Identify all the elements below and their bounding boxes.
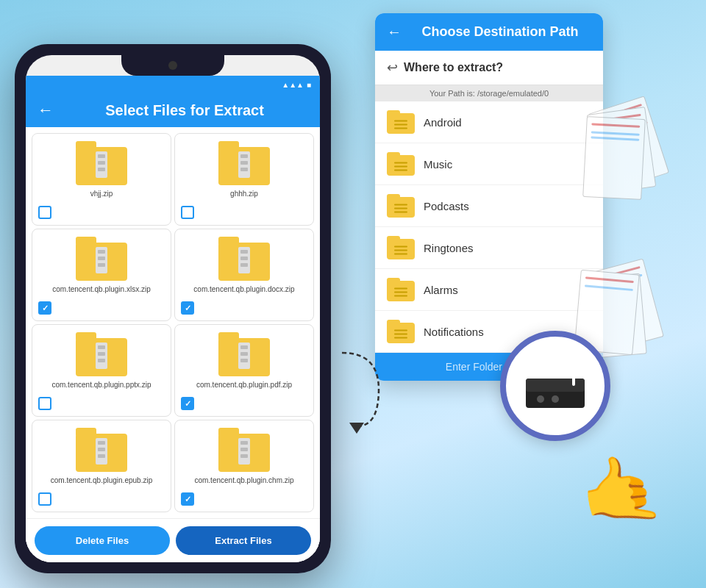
svg-rect-3 xyxy=(98,154,105,158)
svg-rect-21 xyxy=(240,250,248,254)
zip-folder-icon xyxy=(218,332,270,376)
file-checkbox[interactable] xyxy=(38,492,51,506)
svg-rect-9 xyxy=(240,154,248,158)
file-name: ghhh.zip xyxy=(230,190,258,198)
file-name: com.tencent.qb.plugin.epub.zip xyxy=(51,476,152,485)
file-checkbox[interactable] xyxy=(181,492,194,506)
phone-notch xyxy=(121,55,224,76)
destination-subheader: ↩ Where to extract? xyxy=(375,51,603,85)
battery-icon: ■ xyxy=(307,81,311,89)
file-item[interactable]: com.tencent.qb.plugin.pptx.zip xyxy=(32,324,171,417)
svg-rect-7 xyxy=(218,141,239,150)
file-name: vhjj.zip xyxy=(90,190,113,198)
file-checkbox[interactable] xyxy=(38,301,51,315)
file-item[interactable]: com.tencent.qb.plugin.pdf.zip xyxy=(174,324,314,417)
folder-podcasts-icon xyxy=(387,194,415,218)
svg-rect-41 xyxy=(98,454,105,458)
svg-rect-25 xyxy=(76,332,96,341)
destination-panel: ← Choose Destination Path ↩ Where to ext… xyxy=(375,13,603,381)
svg-rect-34 xyxy=(240,352,248,356)
file-checkbox[interactable] xyxy=(38,206,51,219)
phone-title: Select Files for Extract xyxy=(61,102,308,119)
extract-files-button[interactable]: Extract Files xyxy=(176,526,311,555)
file-grid: vhjj.zip ghhh.zip xyxy=(26,127,320,518)
svg-rect-45 xyxy=(240,441,248,445)
destination-back-button[interactable]: ← xyxy=(387,24,402,40)
svg-rect-22 xyxy=(240,257,248,260)
file-name: com.tencent.qb.plugin.pptx.zip xyxy=(51,381,151,390)
svg-rect-10 xyxy=(240,161,248,165)
folder-alarms-icon xyxy=(387,278,415,301)
svg-rect-27 xyxy=(98,345,105,349)
zip-folder-icon xyxy=(76,332,127,376)
file-item[interactable]: vhjj.zip xyxy=(32,133,171,226)
phone-header: ← Select Files for Extract xyxy=(26,93,320,127)
folder-android[interactable]: Android xyxy=(375,101,603,143)
svg-rect-46 xyxy=(240,448,248,451)
svg-point-51 xyxy=(537,395,544,403)
phone-back-button[interactable]: ← xyxy=(38,101,54,120)
folder-notifications-label: Notifications xyxy=(424,326,484,338)
svg-rect-17 xyxy=(98,263,105,267)
status-bar: ▲▲▲ ■ xyxy=(26,76,320,93)
svg-rect-5 xyxy=(98,168,105,171)
file-item[interactable]: com.tencent.qb.plugin.docx.zip xyxy=(174,229,314,321)
where-to-extract-label: Where to extract? xyxy=(404,61,503,74)
svg-rect-39 xyxy=(98,441,105,445)
svg-rect-4 xyxy=(98,161,105,165)
svg-rect-40 xyxy=(98,448,105,451)
file-checkbox[interactable] xyxy=(38,397,51,410)
file-name: com.tencent.qb.plugin.chm.zip xyxy=(194,476,293,485)
svg-rect-33 xyxy=(240,345,248,349)
svg-rect-23 xyxy=(240,263,248,267)
zip-folder-icon xyxy=(76,428,127,472)
svg-rect-29 xyxy=(98,359,105,362)
extract-direction-icon: ↩ xyxy=(387,60,398,76)
folder-ringtones-icon xyxy=(387,236,415,259)
zip-folder-icon xyxy=(218,237,270,281)
folder-alarms[interactable]: Alarms xyxy=(375,269,603,311)
papers-decoration xyxy=(577,96,666,228)
folder-alarms-label: Alarms xyxy=(424,284,458,296)
folder-list: Android Music Podcasts Ringto xyxy=(375,101,603,353)
folder-podcasts-label: Podcasts xyxy=(424,200,469,212)
svg-rect-43 xyxy=(218,428,239,437)
file-item[interactable]: com.tencent.qb.plugin.xlsx.zip xyxy=(32,229,171,321)
folder-ringtones[interactable]: Ringtones xyxy=(375,227,603,269)
svg-rect-28 xyxy=(98,352,105,356)
folder-ringtones-label: Ringtones xyxy=(424,242,474,254)
extract-icon xyxy=(522,356,588,415)
folder-music[interactable]: Music xyxy=(375,143,603,185)
file-item[interactable]: com.tencent.qb.plugin.chm.zip xyxy=(174,420,314,512)
folder-podcasts[interactable]: Podcasts xyxy=(375,185,603,227)
svg-rect-15 xyxy=(98,250,105,254)
file-checkbox[interactable] xyxy=(181,206,194,219)
destination-title: Choose Destination Path xyxy=(409,24,591,40)
signal-icon: ▲▲▲ xyxy=(282,81,304,89)
file-checkbox[interactable] xyxy=(181,397,194,410)
dashed-arrow xyxy=(335,345,393,434)
folder-android-label: Android xyxy=(424,116,462,129)
svg-rect-13 xyxy=(76,237,96,245)
extract-action-circle[interactable] xyxy=(500,331,610,441)
camera-dot xyxy=(168,61,177,70)
destination-path-label: Your Path is: /storage/emulated/0 xyxy=(375,85,603,101)
destination-header: ← Choose Destination Path xyxy=(375,13,603,51)
delete-files-button[interactable]: Delete Files xyxy=(35,526,170,555)
phone-footer: Delete Files Extract Files xyxy=(26,518,320,562)
zip-folder-icon xyxy=(218,141,270,185)
folder-music-icon xyxy=(387,152,415,176)
folder-android-icon xyxy=(387,110,415,134)
svg-rect-1 xyxy=(76,141,96,150)
file-checkbox[interactable] xyxy=(181,301,194,315)
file-item[interactable]: com.tencent.qb.plugin.epub.zip xyxy=(32,420,171,512)
zip-folder-icon xyxy=(218,428,270,472)
zip-folder-icon xyxy=(76,237,127,281)
svg-rect-47 xyxy=(240,454,248,458)
svg-rect-16 xyxy=(98,257,105,260)
svg-rect-11 xyxy=(240,168,248,171)
svg-rect-35 xyxy=(240,359,248,362)
file-item[interactable]: ghhh.zip xyxy=(174,133,314,226)
svg-rect-37 xyxy=(76,428,96,437)
svg-rect-19 xyxy=(218,237,239,245)
